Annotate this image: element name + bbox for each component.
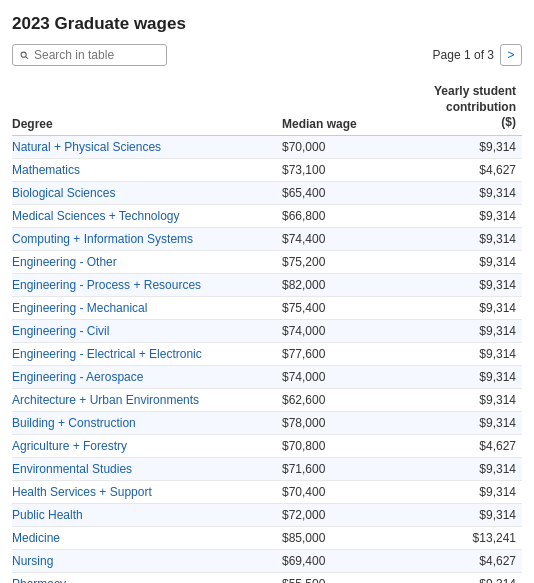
table-row: Mathematics$73,100$4,627 (12, 158, 522, 181)
table-row: Engineering - Process + Resources$82,000… (12, 273, 522, 296)
col-header-degree: Degree (12, 80, 282, 135)
cell-contrib: $4,627 (392, 549, 522, 572)
cell-wage: $70,400 (282, 480, 392, 503)
cell-contrib: $9,314 (392, 227, 522, 250)
cell-wage: $71,600 (282, 457, 392, 480)
cell-degree[interactable]: Nursing (12, 549, 282, 572)
cell-degree[interactable]: Building + Construction (12, 411, 282, 434)
table-row: Nursing$69,400$4,627 (12, 549, 522, 572)
table-row: Building + Construction$78,000$9,314 (12, 411, 522, 434)
cell-wage: $70,800 (282, 434, 392, 457)
table-row: Medical Sciences + Technology$66,800$9,3… (12, 204, 522, 227)
cell-wage: $74,400 (282, 227, 392, 250)
table-row: Public Health$72,000$9,314 (12, 503, 522, 526)
cell-contrib: $9,314 (392, 204, 522, 227)
svg-line-1 (26, 56, 28, 58)
cell-contrib: $9,314 (392, 388, 522, 411)
cell-degree[interactable]: Engineering - Aerospace (12, 365, 282, 388)
toolbar: Page 1 of 3 > (12, 44, 522, 66)
cell-contrib: $9,314 (392, 411, 522, 434)
cell-wage: $55,500 (282, 572, 392, 583)
cell-contrib: $9,314 (392, 181, 522, 204)
svg-point-0 (21, 52, 26, 57)
cell-contrib: $9,314 (392, 135, 522, 158)
cell-wage: $69,400 (282, 549, 392, 572)
cell-contrib: $9,314 (392, 296, 522, 319)
data-table: Degree Median wage Yearly student contri… (12, 80, 522, 583)
cell-degree[interactable]: Environmental Studies (12, 457, 282, 480)
cell-wage: $74,000 (282, 365, 392, 388)
table-row: Agriculture + Forestry$70,800$4,627 (12, 434, 522, 457)
cell-contrib: $9,314 (392, 319, 522, 342)
cell-wage: $73,100 (282, 158, 392, 181)
cell-degree[interactable]: Medicine (12, 526, 282, 549)
cell-wage: $72,000 (282, 503, 392, 526)
cell-wage: $77,600 (282, 342, 392, 365)
cell-wage: $70,000 (282, 135, 392, 158)
cell-degree[interactable]: Engineering - Process + Resources (12, 273, 282, 296)
cell-contrib: $9,314 (392, 365, 522, 388)
col-header-contrib: Yearly student contribution($) (392, 80, 522, 135)
cell-contrib: $4,627 (392, 158, 522, 181)
cell-degree[interactable]: Biological Sciences (12, 181, 282, 204)
page-title: 2023 Graduate wages (12, 14, 522, 34)
cell-contrib: $9,314 (392, 273, 522, 296)
cell-degree[interactable]: Mathematics (12, 158, 282, 181)
cell-degree[interactable]: Medical Sciences + Technology (12, 204, 282, 227)
cell-degree[interactable]: Engineering - Other (12, 250, 282, 273)
pagination-label: Page 1 of 3 (433, 48, 494, 62)
table-row: Health Services + Support$70,400$9,314 (12, 480, 522, 503)
cell-contrib: $9,314 (392, 250, 522, 273)
cell-degree[interactable]: Engineering - Civil (12, 319, 282, 342)
cell-contrib: $9,314 (392, 572, 522, 583)
table-row: Natural + Physical Sciences$70,000$9,314 (12, 135, 522, 158)
cell-degree[interactable]: Natural + Physical Sciences (12, 135, 282, 158)
table-row: Pharmacy$55,500$9,314 (12, 572, 522, 583)
cell-degree[interactable]: Public Health (12, 503, 282, 526)
cell-wage: $62,600 (282, 388, 392, 411)
cell-wage: $74,000 (282, 319, 392, 342)
cell-wage: $75,200 (282, 250, 392, 273)
page-container: 2023 Graduate wages Page 1 of 3 > Degree… (0, 0, 534, 583)
table-row: Engineering - Aerospace$74,000$9,314 (12, 365, 522, 388)
cell-wage: $65,400 (282, 181, 392, 204)
table-row: Biological Sciences$65,400$9,314 (12, 181, 522, 204)
col-header-wage: Median wage (282, 80, 392, 135)
table-row: Engineering - Electrical + Electronic$77… (12, 342, 522, 365)
search-box[interactable] (12, 44, 167, 66)
cell-degree[interactable]: Health Services + Support (12, 480, 282, 503)
cell-contrib: $9,314 (392, 480, 522, 503)
cell-degree[interactable]: Pharmacy (12, 572, 282, 583)
cell-degree[interactable]: Agriculture + Forestry (12, 434, 282, 457)
cell-contrib: $13,241 (392, 526, 522, 549)
cell-wage: $82,000 (282, 273, 392, 296)
cell-wage: $85,000 (282, 526, 392, 549)
pagination: Page 1 of 3 > (433, 44, 522, 66)
cell-degree[interactable]: Computing + Information Systems (12, 227, 282, 250)
table-row: Medicine$85,000$13,241 (12, 526, 522, 549)
cell-contrib: $9,314 (392, 342, 522, 365)
cell-wage: $78,000 (282, 411, 392, 434)
cell-degree[interactable]: Engineering - Electrical + Electronic (12, 342, 282, 365)
table-row: Computing + Information Systems$74,400$9… (12, 227, 522, 250)
cell-wage: $75,400 (282, 296, 392, 319)
search-icon (20, 49, 29, 62)
table-row: Engineering - Civil$74,000$9,314 (12, 319, 522, 342)
cell-contrib: $9,314 (392, 457, 522, 480)
table-row: Engineering - Other$75,200$9,314 (12, 250, 522, 273)
table-row: Environmental Studies$71,600$9,314 (12, 457, 522, 480)
cell-degree[interactable]: Architecture + Urban Environments (12, 388, 282, 411)
cell-wage: $66,800 (282, 204, 392, 227)
search-input[interactable] (34, 48, 159, 62)
table-row: Engineering - Mechanical$75,400$9,314 (12, 296, 522, 319)
table-row: Architecture + Urban Environments$62,600… (12, 388, 522, 411)
next-page-button[interactable]: > (500, 44, 522, 66)
cell-contrib: $4,627 (392, 434, 522, 457)
cell-contrib: $9,314 (392, 503, 522, 526)
cell-degree[interactable]: Engineering - Mechanical (12, 296, 282, 319)
